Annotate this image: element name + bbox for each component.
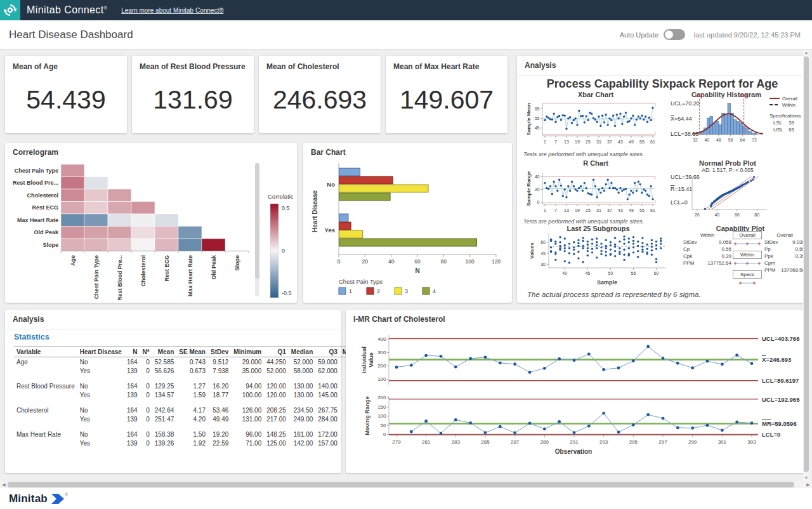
svg-text:Chest Pain Type: Chest Pain Type [93, 255, 100, 299]
auto-update-toggle[interactable] [664, 29, 685, 40]
statistics-table: VariableHeart DiseaseNN*MeanSE MeanStDev… [14, 347, 374, 447]
svg-text:100: 100 [466, 258, 475, 265]
svg-text:Rest ECG: Rest ECG [32, 204, 58, 211]
svg-text:43: 43 [618, 140, 623, 144]
svg-text:7: 7 [554, 208, 557, 213]
svg-text:Rest Blood Pre...: Rest Blood Pre... [13, 180, 58, 186]
svg-text:Sample: Sample [597, 279, 617, 286]
svg-text:13: 13 [564, 208, 569, 213]
svg-text:200: 200 [377, 395, 386, 400]
stats-row: Yes1390139.261.9222.5971.00125.00142.001… [14, 439, 374, 447]
panel-title: Analysis [13, 315, 44, 324]
dashboard-content: Mean of Age 54.439 Mean of Rest Blood Pr… [0, 50, 812, 481]
r-note: Tests are performed with unequal sample … [523, 218, 644, 225]
svg-text:120: 120 [492, 258, 501, 265]
svg-text:200: 200 [377, 363, 386, 369]
svg-text:20: 20 [695, 213, 700, 217]
normal-prob-plot-subtitle: AD: 1.517, P: < 0.005 [702, 167, 754, 173]
panel-title: Correlogram [13, 148, 58, 157]
svg-text:Cholesterol: Cholesterol [140, 255, 147, 287]
horizontal-scrollbar[interactable]: ◀ ▶ [0, 481, 812, 488]
svg-text:0.5: 0.5 [282, 205, 290, 211]
stats-row: AgeNo164052.5850.7439.51229.00044.25052.… [14, 357, 374, 367]
kpi-label: Mean of Cholesterol [259, 56, 381, 71]
svg-text:50: 50 [381, 423, 386, 428]
kpi-value: 54.439 [5, 71, 127, 133]
capability-histogram-chart: LSLUSL324048566472 [681, 93, 771, 154]
svg-text:Max Heart Rate: Max Heart Rate [17, 217, 58, 223]
svg-text:60: 60 [540, 240, 546, 244]
xbar-chart: Sample Mean45556517131925313743495561 [525, 98, 668, 149]
svg-text:Old Peak: Old Peak [211, 255, 217, 280]
toggle-knob [665, 30, 673, 39]
svg-text:LSL: LSL [695, 93, 704, 98]
svg-text:31: 31 [596, 140, 601, 144]
svg-text:299: 299 [688, 439, 697, 445]
svg-text:Max Heart Rate: Max Heart Rate [187, 255, 193, 296]
kpi-value: 131.69 [132, 71, 254, 133]
xbar-note: Tests are performed with unequal sample … [523, 151, 644, 157]
svg-text:60: 60 [414, 258, 421, 265]
vertical-scroll-thumb[interactable] [804, 56, 809, 472]
vertical-scrollbar[interactable]: ▲ ▼ [803, 50, 809, 481]
panel-title: Analysis [525, 61, 556, 70]
sixpack-report-title: Process Capability Sixpack Report for Ag… [547, 77, 778, 91]
imr-mr-center-label: MR=59.0596 [762, 420, 797, 427]
svg-text:Individual: Individual [361, 347, 367, 373]
svg-text:3: 3 [405, 288, 408, 294]
kpi-value: 246.693 [259, 71, 381, 133]
bar-chart: NoYes020406080100120NHeart DiseaseChest … [307, 159, 508, 300]
svg-text:Slope: Slope [234, 255, 240, 271]
horizontal-scroll-thumb[interactable] [8, 482, 794, 487]
minitab-connect-logo [0, 0, 20, 20]
brand-title: Minitab Connect® [27, 4, 107, 16]
svg-text:Slope: Slope [43, 242, 58, 248]
svg-text:20: 20 [362, 258, 369, 265]
svg-text:40: 40 [388, 258, 395, 265]
svg-text:279: 279 [392, 439, 401, 445]
svg-text:40: 40 [704, 138, 709, 142]
capability-plot-boxes: OverallWithinSpecs [733, 231, 762, 290]
svg-text:287: 287 [511, 439, 520, 445]
svg-text:289: 289 [540, 439, 549, 445]
svg-text:291: 291 [570, 439, 579, 445]
svg-text:301: 301 [718, 439, 727, 445]
svg-text:20: 20 [535, 187, 540, 192]
r-chart-title: R Chart [583, 159, 608, 167]
kpi-card-mean-age: Mean of Age 54.439 [5, 56, 127, 133]
footer-registered: ® [65, 492, 68, 497]
statistics-section-title: Statistics [14, 333, 49, 341]
svg-text:Sample Range: Sample Range [526, 171, 532, 206]
svg-text:Chest Pain Type: Chest Pain Type [15, 168, 58, 174]
scroll-left-arrow[interactable]: ◀ [0, 481, 8, 488]
scroll-down-arrow[interactable]: ▼ [803, 475, 809, 481]
svg-text:55: 55 [639, 140, 645, 144]
svg-text:400: 400 [377, 336, 386, 342]
r-chart: Sample Range0204017131925313743495561 [525, 168, 668, 217]
svg-text:Yes: Yes [325, 227, 335, 234]
svg-text:Values: Values [529, 242, 535, 259]
svg-text:281: 281 [422, 439, 431, 445]
capability-overall-stats: OverallStDev9.039Pp0.55Ppk0.39Cpm*PPM137… [764, 232, 805, 274]
capability-within-stats: WithinStDev9.058Cp0.55Cpk0.39PPM137752.6… [683, 232, 731, 267]
svg-text:49: 49 [629, 140, 634, 144]
imr-mr-lcl-label: LCL=0 [762, 431, 780, 438]
last-updated-text: last updated 9/20/22, 12:45:23 PM [694, 31, 801, 39]
svg-text:Cholesterol: Cholesterol [27, 192, 58, 199]
spec-usl-row: USL65 [769, 127, 806, 133]
auto-update-label: Auto Update [620, 31, 658, 39]
svg-text:-0.5: -0.5 [282, 290, 292, 296]
scroll-up-arrow[interactable]: ▲ [803, 50, 809, 56]
svg-text:0: 0 [537, 200, 540, 204]
svg-text:300: 300 [377, 350, 386, 355]
svg-text:19: 19 [575, 208, 580, 213]
panel-title: I-MR Chart of Cholesterol [353, 315, 445, 324]
svg-text:Age: Age [70, 255, 76, 266]
svg-text:Sample Mean: Sample Mean [526, 103, 532, 135]
kpi-card-mean-max-heart-rate: Mean of Max Heart Rate 149.607 [386, 56, 508, 133]
learn-more-link[interactable]: Learn more about Minitab Connect® [121, 7, 223, 14]
svg-text:56: 56 [728, 138, 733, 142]
panel-title: Bar Chart [311, 148, 346, 157]
scroll-right-arrow[interactable]: ▶ [804, 481, 812, 488]
histogram-legend: Overall Within Specifications LSL35 USL6… [769, 95, 806, 133]
